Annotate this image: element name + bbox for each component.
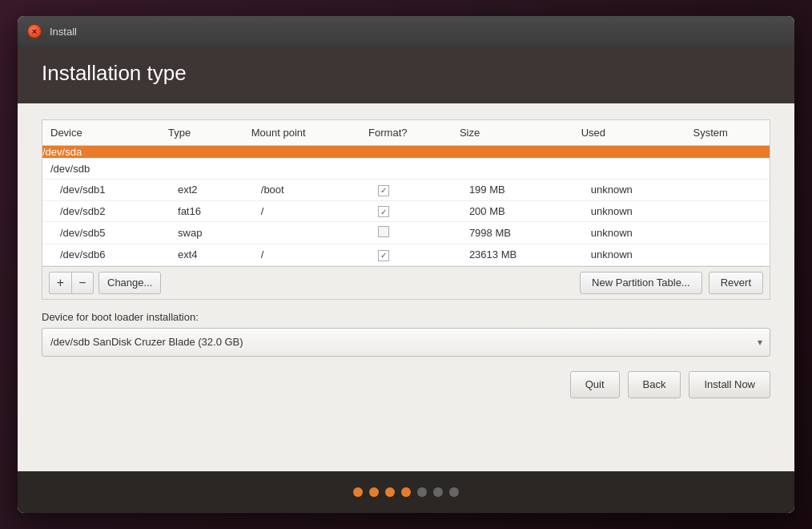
col-used: Used [573,120,685,146]
progress-dot-6 [449,487,459,497]
partition-table-wrapper: Device Type Mount point Format? Size Use… [42,119,770,300]
progress-dot-2 [385,487,395,497]
col-type: Type [160,120,243,146]
table-row[interactable]: /dev/sdb2fat16/200 MBunknown [42,200,770,222]
bottom-buttons: Quit Back Install Now [42,368,770,398]
table-row[interactable]: /dev/sdb6ext4/23613 MBunknown [42,244,770,266]
system-cell [685,244,770,266]
system-cell [685,180,770,201]
partition-table: Device Type Mount point Format? Size Use… [42,120,770,266]
remove-partition-button[interactable]: − [71,272,94,294]
used-cell: unknown [573,244,685,266]
back-button[interactable]: Back [628,371,681,398]
progress-dot-3 [401,487,411,497]
header: Installation type [18,46,794,103]
content-area: Device Type Mount point Format? Size Use… [18,103,794,471]
device-cell: /dev/sdb [42,159,770,180]
table-row[interactable]: /dev/sda [42,146,770,159]
system-cell [685,222,770,244]
used-cell: unknown [573,222,685,244]
progress-dot-4 [417,487,427,497]
format-checkbox[interactable] [378,185,389,196]
progress-dot-0 [353,487,363,497]
format-checkbox[interactable] [378,206,389,217]
boot-loader-section: Device for boot loader installation: /de… [42,311,770,357]
format-cell[interactable] [360,222,452,244]
type-cell: fat16 [160,200,243,222]
revert-button[interactable]: Revert [709,272,763,294]
size-cell: 200 MB [452,200,573,222]
mount-cell [243,222,360,244]
page-title: Installation type [42,61,770,86]
format-cell[interactable] [360,180,452,201]
mount-cell: / [243,244,360,266]
close-button[interactable]: × [27,24,42,38]
mount-cell: /boot [243,180,360,201]
close-icon: × [32,26,37,36]
table-row[interactable]: /dev/sdb1ext2/boot199 MBunknown [42,180,770,201]
toolbar-row: + − Change... New Partition Table... Rev… [42,266,770,299]
col-device: Device [42,120,160,146]
format-cell[interactable] [360,200,452,222]
table-scroll: Device Type Mount point Format? Size Use… [42,120,770,266]
col-mount: Mount point [243,120,360,146]
mount-cell: / [243,200,360,222]
window-title: Install [50,26,77,38]
size-cell: 199 MB [452,180,573,201]
col-size: Size [452,120,573,146]
table-body: /dev/sda/dev/sdb/dev/sdb1ext2/boot199 MB… [42,146,770,266]
device-cell: /dev/sda [42,146,770,159]
size-cell: 23613 MB [452,244,573,266]
size-cell: 7998 MB [452,222,573,244]
change-button[interactable]: Change... [98,272,161,294]
type-cell: ext4 [160,244,243,266]
table-header-row: Device Type Mount point Format? Size Use… [42,120,770,146]
device-cell: /dev/sdb6 [42,244,160,266]
device-cell: /dev/sdb2 [42,200,160,222]
progress-dot-1 [369,487,379,497]
add-partition-button[interactable]: + [49,272,71,294]
progress-bar [18,471,794,513]
right-toolbar-buttons: New Partition Table... Revert [580,272,763,294]
table-row[interactable]: /dev/sdb5swap7998 MBunknown [42,222,770,244]
used-cell: unknown [573,200,685,222]
boot-loader-select[interactable]: /dev/sdb SanDisk Cruzer Blade (32.0 GB) [42,328,770,357]
quit-button[interactable]: Quit [570,371,620,398]
col-format: Format? [360,120,452,146]
boot-loader-select-wrapper: /dev/sdb SanDisk Cruzer Blade (32.0 GB) … [42,328,770,357]
main-window: × Install Installation type Device Type … [18,16,794,513]
titlebar: × Install [18,16,794,46]
system-cell [685,200,770,222]
device-cell: /dev/sdb5 [42,222,160,244]
type-cell: ext2 [160,180,243,201]
type-cell: swap [160,222,243,244]
col-system: System [685,120,770,146]
table-row[interactable]: /dev/sdb [42,159,770,180]
new-partition-table-button[interactable]: New Partition Table... [580,272,702,294]
boot-loader-label: Device for boot loader installation: [42,311,770,323]
format-checkbox[interactable] [378,250,389,261]
format-cell[interactable] [360,244,452,266]
install-now-button[interactable]: Install Now [689,371,770,398]
device-cell: /dev/sdb1 [42,180,160,201]
progress-dot-5 [433,487,443,497]
format-checkbox[interactable] [378,226,389,237]
used-cell: unknown [573,180,685,201]
